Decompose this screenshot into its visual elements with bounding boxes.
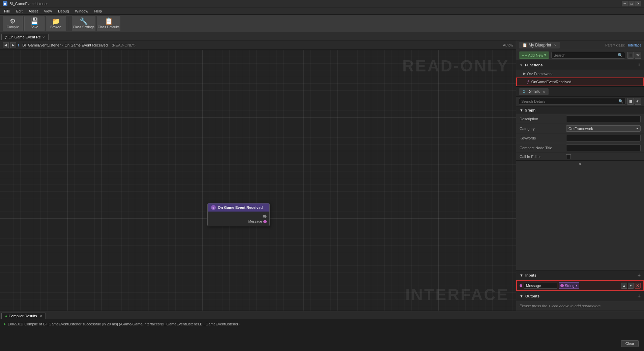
- input-move-up-button[interactable]: ▲: [621, 283, 627, 289]
- blueprint-tab[interactable]: ƒ On Game Event Re ✕: [1, 34, 49, 40]
- functions-add-button[interactable]: +: [638, 62, 641, 68]
- right-panel: 📋 My Blueprint ✕ Parent class: Interface…: [516, 40, 644, 311]
- compiler-results-tab[interactable]: ● Compiler Results ✕: [1, 313, 46, 319]
- outputs-add-button[interactable]: +: [638, 293, 641, 299]
- my-blueprint-header: 📋 My Blueprint ✕ Parent class: Interface: [516, 40, 644, 50]
- clear-button[interactable]: Clear: [621, 340, 639, 347]
- bp-node[interactable]: E On Game Event Received Message: [207, 203, 270, 226]
- outputs-section: ▼ Outputs + Please press the + icon abov…: [516, 291, 644, 311]
- input-name-field[interactable]: [524, 283, 557, 289]
- my-blueprint-search: 🔍: [551, 52, 625, 59]
- title-bar: B BI_GameEventListener ─ □ ✕: [0, 0, 644, 7]
- class-settings-icon: 🔧: [80, 18, 88, 25]
- tab-label: On Game Event Re: [8, 35, 41, 39]
- menu-view[interactable]: View: [41, 8, 55, 14]
- functions-header[interactable]: ▼ Functions +: [516, 60, 644, 70]
- bottom-tab-bar: ● Compiler Results ✕: [0, 311, 644, 319]
- input-remove-button[interactable]: ✕: [635, 283, 641, 289]
- details-expand-down[interactable]: ▼: [516, 161, 644, 168]
- compile-label: Compile: [7, 25, 19, 29]
- my-blueprint-tab-close[interactable]: ✕: [554, 43, 557, 47]
- category-expand-icon: ▶: [523, 71, 526, 76]
- bp-node-event-icon: E: [211, 205, 216, 210]
- bp-node-message-pin: Message: [210, 219, 267, 224]
- outputs-label: Outputs: [525, 294, 539, 298]
- menu-window[interactable]: Window: [72, 8, 91, 14]
- breadcrumb-separator: ›: [62, 43, 63, 47]
- save-button[interactable]: 💾 Save: [24, 16, 45, 31]
- add-search-row: + + Add New ▾ 🔍 ☰ 👁: [516, 50, 644, 60]
- details-search-input[interactable]: [521, 99, 617, 103]
- input-move-down-button[interactable]: ▼: [628, 283, 634, 289]
- my-blueprint-tab[interactable]: 📋 My Blueprint ✕: [519, 42, 560, 49]
- call-in-editor-checkbox[interactable]: [566, 154, 571, 159]
- toolbar-separator: [69, 17, 69, 30]
- tab-fn-icon: ƒ: [5, 35, 7, 39]
- browse-button[interactable]: 📁 Browse: [46, 16, 66, 31]
- menu-asset[interactable]: Asset: [26, 8, 41, 14]
- inputs-header: ▼ Inputs +: [516, 270, 644, 280]
- compact-node-title-row: Compact Node Title: [516, 143, 644, 153]
- outputs-header: ▼ Outputs +: [516, 291, 644, 301]
- details-tab-close[interactable]: ✕: [543, 90, 545, 94]
- description-input[interactable]: [566, 116, 641, 122]
- minimize-button[interactable]: ─: [622, 1, 628, 6]
- breadcrumb-nav: ◀ ▶: [3, 42, 16, 48]
- bp-node-header: E On Game Event Received: [208, 203, 269, 212]
- function-item-on-game-event[interactable]: ƒ OnGameEventReceived: [516, 77, 644, 86]
- breadcrumb-fn-icon: ƒ: [18, 43, 20, 47]
- type-selector[interactable]: String ▾: [559, 282, 579, 289]
- search-icon: 🔍: [618, 53, 623, 58]
- nav-back-button[interactable]: ◀: [3, 42, 9, 48]
- add-new-button[interactable]: + + Add New ▾: [519, 52, 549, 59]
- my-blueprint-search-input[interactable]: [554, 53, 618, 57]
- function-label: OnGameEventReceived: [531, 80, 572, 84]
- menu-help[interactable]: Help: [91, 8, 105, 14]
- breadcrumb-bar: ◀ ▶ ƒ BI_GameEventListener › On Game Eve…: [0, 40, 516, 50]
- parent-class-value[interactable]: Interface: [628, 43, 641, 47]
- details-tab-label: Details: [527, 89, 540, 94]
- menu-debug[interactable]: Debug: [55, 8, 71, 14]
- menu-file[interactable]: File: [1, 8, 13, 14]
- details-content: ▼ Graph Description Category OrzFramewor…: [516, 106, 644, 270]
- bottom-panel-wrapper: ● Compiler Results ✕ ● [3865.02] Compile…: [0, 311, 644, 351]
- functions-header-label: Functions: [525, 63, 543, 67]
- compile-button[interactable]: ⚙ Compile: [3, 16, 23, 31]
- save-label: Save: [31, 25, 38, 29]
- functions-category[interactable]: ▶ Orz Framework: [516, 70, 644, 77]
- nav-forward-button[interactable]: ▶: [10, 42, 16, 48]
- tab-close-icon[interactable]: ✕: [42, 35, 45, 39]
- call-in-editor-row: Call In Editor: [516, 153, 644, 161]
- restore-button[interactable]: □: [628, 1, 635, 6]
- breadcrumb-function: On Game Event Received: [65, 43, 108, 47]
- category-dropdown[interactable]: OrzFramework ▾: [566, 125, 641, 132]
- result-success-icon: ●: [3, 322, 6, 326]
- keywords-input[interactable]: [566, 135, 641, 141]
- list-view-button[interactable]: ☰: [627, 52, 634, 59]
- eye-button[interactable]: 👁: [635, 52, 641, 59]
- description-label: Description: [520, 117, 563, 121]
- close-button[interactable]: ✕: [635, 1, 641, 6]
- details-eye-button[interactable]: 👁: [635, 98, 641, 105]
- compiler-result-text: [3865.02] Compile of BI_GameEventListene…: [8, 322, 239, 326]
- class-settings-button[interactable]: 🔧 Class Settings: [72, 16, 95, 31]
- compile-icon: ⚙: [10, 18, 16, 25]
- compact-node-title-input[interactable]: [566, 145, 641, 151]
- menu-edit[interactable]: Edit: [13, 8, 25, 14]
- compiler-results-tab-icon: ●: [5, 314, 7, 318]
- input-row: String ▾ ▲ ▼ ✕: [516, 280, 644, 291]
- compact-node-title-label: Compact Node Title: [520, 146, 563, 150]
- grid-canvas[interactable]: READ-ONLY INTERFACE E On Game Event Rece…: [0, 50, 516, 311]
- type-label: String: [565, 284, 575, 288]
- details-tab[interactable]: ⚙ Details ✕: [519, 88, 549, 95]
- inputs-add-button[interactable]: +: [638, 272, 641, 278]
- details-list-view-button[interactable]: ☰: [627, 98, 634, 105]
- class-defaults-button[interactable]: 📋 Class Defaults: [97, 16, 120, 31]
- browse-label: Browse: [50, 25, 61, 29]
- my-blueprint-tab-icon: 📋: [522, 43, 527, 47]
- app-icon: B: [3, 1, 7, 6]
- view-options: Autow: [503, 43, 513, 47]
- compiler-results-tab-close[interactable]: ✕: [39, 314, 42, 318]
- tab-bar: ƒ On Game Event Re ✕: [0, 32, 644, 40]
- category-label: Orz Framework: [527, 72, 553, 76]
